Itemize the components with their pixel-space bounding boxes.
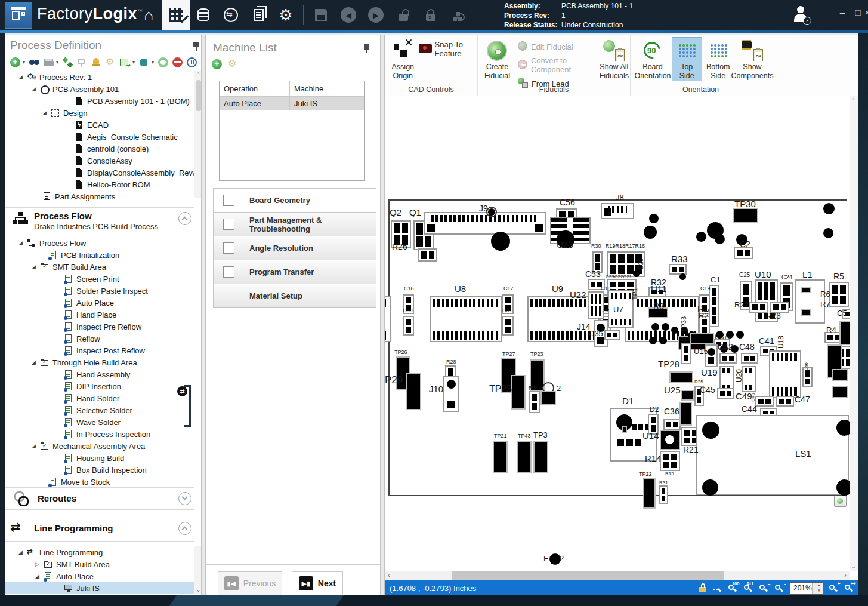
zoom-all-icon[interactable]: ALL [743, 583, 753, 593]
start-icon[interactable] [158, 57, 168, 67]
zoom-out-double-icon[interactable]: -- [759, 583, 769, 593]
tree-item-displayconsoleassembly-reva[interactable]: DisplayConsoleAssembly_RevA [5, 167, 194, 179]
ribbon-button-snap-to-feature[interactable]: Snap To Feature [419, 40, 475, 58]
column-machine[interactable]: Machine [290, 81, 364, 96]
add-dropdown-icon[interactable]: ▾ [23, 60, 25, 65]
tree-item-selective-solder[interactable]: Selective Solder [5, 404, 194, 416]
tree-item-box-build-inspection[interactable]: Box Build Inspection [5, 464, 194, 476]
expand-reroutes-button[interactable] [178, 492, 191, 505]
machine-list-pin-icon[interactable] [362, 44, 370, 53]
tree-item-hand-place[interactable]: Hand Place [5, 309, 194, 321]
close-button[interactable]: × [861, 0, 868, 24]
tree-item-auto-place[interactable]: ◢Auto Place [5, 570, 194, 582]
expander-open-icon[interactable]: ◢ [32, 264, 40, 270]
tree-item-pcb-assembly-101-1-bom[interactable]: PCB Assembly 101 - 1 (BOM) [5, 95, 194, 107]
accordion-part-management-troubleshooting[interactable]: Part Management & Troubleshooting [214, 213, 376, 236]
tree-item-part-assignments[interactable]: Part Assignments [5, 190, 194, 202]
accordion-program-transfer[interactable]: Program Transfer [214, 260, 376, 284]
sync-icon[interactable] [217, 0, 245, 30]
tree-item-mechanical-assembly-area[interactable]: ◢Mechanical Assembly Area [5, 440, 194, 452]
minimize-button[interactable]: – [834, 0, 851, 24]
ribbon-button-board-orientation[interactable]: BoardOrientation [635, 38, 670, 81]
export-icon[interactable] [120, 57, 130, 67]
tree-item-pcb-initialization[interactable]: PCB Initialization [5, 249, 194, 261]
process-flow-header[interactable]: Process Flow Drake Industries PCB Build … [5, 207, 201, 233]
tree-item-smt-build-area[interactable]: ◢SMT Build Area [5, 261, 194, 273]
ribbon-button-create-fiducial[interactable]: CreateFiducial [483, 38, 512, 81]
collapse-line-programming-button[interactable] [178, 522, 191, 535]
line-tree-scrollbar[interactable]: ⌄ [194, 546, 202, 594]
tree-item-line-programming[interactable]: ◢Line Programming [5, 546, 194, 558]
zoom-level-input[interactable]: 201%▲▼ [790, 582, 823, 595]
tree-item-helico-rotor-bom[interactable]: Helico-Rotor BOM [5, 179, 194, 190]
accordion-angle-resolution[interactable]: Angle Resolution [214, 236, 376, 260]
tree-item-through-hole-build-area[interactable]: ◢Through Hole Build Area [5, 356, 194, 368]
data-icon[interactable] [139, 57, 149, 67]
scroll-down-icon[interactable]: ⌄ [194, 586, 202, 594]
scrollbar-thumb[interactable] [452, 571, 724, 580]
pcb-canvas[interactable]: Q2Q1R26J9C56U23J8TP30C2R30R19R18R17R16C2… [385, 96, 850, 571]
add-machine-icon[interactable] [212, 59, 222, 69]
machine-config-icon[interactable] [228, 59, 238, 69]
tree-item-reflow[interactable]: Reflow [5, 333, 194, 344]
expander-open-icon[interactable]: ◢ [32, 443, 40, 449]
data-dropdown-icon[interactable]: ▾ [152, 60, 154, 65]
zoom-in-double-icon[interactable]: ++ [844, 583, 854, 593]
add-icon[interactable] [10, 57, 20, 67]
expander-open-icon[interactable]: ◢ [18, 549, 27, 555]
merge-icon[interactable] [63, 57, 73, 67]
lock-x-icon[interactable]: x [417, 0, 444, 30]
find-icon[interactable] [29, 57, 39, 67]
ribbon-button-convert-to-component[interactable]: Convert to Component [518, 56, 595, 74]
tree-item-solder-paste-inspect[interactable]: Solder Paste Inspect [5, 285, 194, 297]
unlock-icon[interactable] [390, 0, 417, 30]
tree-item-hand-solder[interactable]: Hand Solder [5, 392, 194, 404]
canvas-options-button[interactable] [834, 496, 847, 507]
back-icon[interactable]: ◀ [335, 0, 362, 30]
export-dropdown-icon[interactable]: ▾ [132, 60, 135, 65]
materials-icon[interactable] [190, 0, 217, 30]
zoom-100-icon[interactable]: 100 [728, 583, 738, 593]
user-icon[interactable]: × [792, 5, 810, 25]
documents-icon[interactable] [245, 0, 272, 30]
tree-item-housing-build[interactable]: Housing Build [5, 452, 194, 464]
tree-item-design[interactable]: ◢Design [5, 107, 194, 119]
tree-item-wave-solder[interactable]: Wave Solder [5, 416, 194, 428]
zoom-window-icon[interactable] [712, 583, 722, 593]
zoom-in-icon[interactable]: + [829, 583, 839, 593]
tree-item-pcb-assembly-101[interactable]: ◢PCB Assembly 101 [5, 83, 194, 95]
ribbon-button-top-side[interactable]: TopSide [672, 38, 702, 81]
scroll-right-icon[interactable]: › [844, 571, 847, 579]
present-icon[interactable] [77, 57, 87, 67]
tree-item-in-process-inspection[interactable]: In Process Inspection [5, 428, 194, 440]
scroll-up-icon[interactable]: ⌃ [194, 71, 202, 79]
zoom-out-icon[interactable]: - [774, 583, 784, 593]
expander-open-icon[interactable]: ◢ [42, 110, 51, 116]
canvas-vertical-scrollbar[interactable]: ⌃ ⌄ [850, 96, 858, 571]
tree-item-auto-place[interactable]: Auto Place [5, 297, 194, 309]
expander-open-icon[interactable]: ◢ [35, 573, 44, 579]
process-definition-icon[interactable] [162, 0, 190, 30]
tree-item-juki-is[interactable]: Juki IS [5, 582, 194, 594]
tree-item-centroid-console[interactable]: centroid (console) [5, 143, 194, 155]
pause-icon[interactable] [187, 57, 197, 67]
zoom-spinner[interactable]: ▲▼ [812, 583, 823, 594]
tree-item-process-flow[interactable]: ◢Process Flow [5, 237, 194, 249]
expander-open-icon[interactable]: ◢ [32, 86, 40, 92]
settings-icon[interactable]: ⚙ [272, 0, 299, 30]
ribbon-button-show-all-fiducials[interactable]: Show AllFiducials [600, 38, 629, 81]
print-icon[interactable] [44, 57, 54, 67]
tree-item-inspect-pre-reflow[interactable]: Inspect Pre Reflow [5, 321, 194, 333]
expander-open-icon[interactable]: ◢ [32, 359, 40, 365]
scroll-left-icon[interactable]: ‹ [388, 571, 390, 579]
checkbox[interactable] [223, 195, 234, 206]
print-dropdown-icon[interactable]: ▾ [56, 60, 58, 65]
forward-icon[interactable]: ▶ [362, 0, 390, 30]
audit-search-icon[interactable] [444, 0, 472, 30]
stop-icon[interactable] [172, 57, 183, 67]
expander-closed-icon[interactable]: ▷ [35, 561, 44, 567]
tree-item-move-to-stock[interactable]: Move to Stock [5, 476, 194, 488]
next-button[interactable]: ▶▮ Next [292, 571, 343, 595]
scroll-up-icon[interactable]: ⌃ [850, 97, 858, 103]
canvas-horizontal-scrollbar[interactable]: ‹ › [385, 571, 850, 580]
